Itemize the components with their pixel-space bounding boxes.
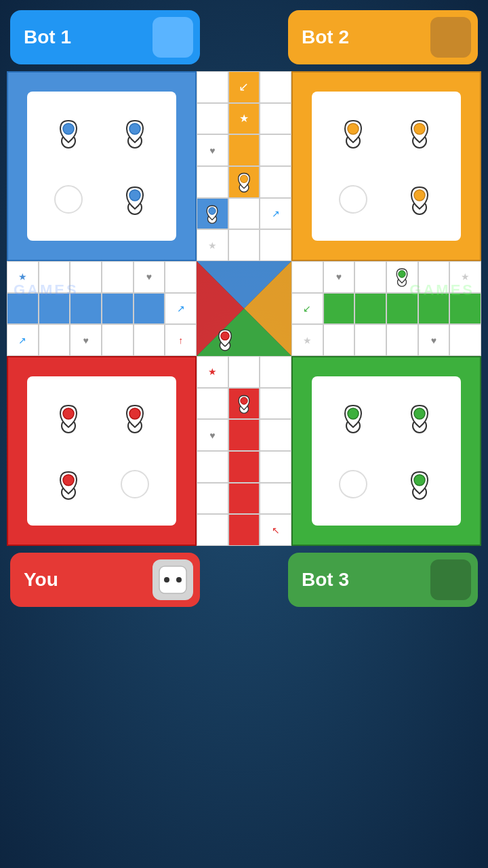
- green-token-slot-1: [325, 390, 382, 446]
- tc-b8: [228, 419, 260, 451]
- green-token-2[interactable]: [402, 400, 437, 435]
- orange-token-slot-4: [392, 172, 448, 228]
- red-token-slot-1: [41, 390, 97, 446]
- orange-token-slot-2: [392, 105, 448, 161]
- blue-token-slot-3: [41, 172, 97, 228]
- bot2-bar[interactable]: Bot 2: [288, 10, 478, 64]
- red-token-slot-3: [41, 456, 97, 513]
- svg-point-44: [176, 577, 182, 583]
- tc-l5: ♥: [134, 261, 165, 293]
- top-player-bars: Bot 1 Bot 2: [0, 0, 488, 64]
- tc-b4: [197, 388, 228, 420]
- orange-token-3-empty: [336, 182, 371, 217]
- tc-b3: [260, 356, 291, 388]
- orange-token-slot-1: [325, 105, 382, 161]
- orange-token-4[interactable]: [402, 182, 437, 217]
- red-center-token[interactable]: [211, 326, 239, 355]
- tc-l11: [134, 293, 165, 325]
- bot1-dice: [152, 17, 193, 58]
- svg-point-10: [414, 123, 425, 134]
- blue-token-area: [27, 92, 176, 241]
- blue-token-slot-4: [107, 172, 163, 228]
- red-track-token-2[interactable]: [232, 392, 256, 415]
- tc-r13: ★: [291, 324, 323, 356]
- tc-t1: [197, 71, 228, 103]
- tc-b18: ↖: [260, 514, 291, 546]
- orange-track-token[interactable]: [232, 170, 256, 194]
- center-triangles: [197, 261, 291, 356]
- blue-track-token[interactable]: [201, 202, 224, 225]
- tc-t2: ↙: [228, 71, 260, 103]
- red-token-slot-4: [107, 456, 163, 513]
- tc-b2: [228, 356, 260, 388]
- bot3-bar[interactable]: Bot 3: [288, 553, 478, 607]
- red-home: [7, 356, 197, 546]
- tc-b14: [228, 483, 260, 515]
- svg-point-33: [241, 397, 247, 404]
- bot1-label: Bot 1: [17, 26, 71, 48]
- svg-point-4: [55, 186, 82, 213]
- tc-l12: ↗: [165, 293, 197, 325]
- blue-token-slot-2: [107, 105, 163, 161]
- tc-b7: ♥: [197, 419, 228, 451]
- tc-r3: [354, 261, 386, 293]
- bottom-player-bars: You Bot 3: [0, 553, 488, 617]
- tc-t16-star: ★: [197, 229, 228, 261]
- tc-l6: [165, 261, 197, 293]
- green-token-1[interactable]: [336, 400, 371, 435]
- blue-token-slot-1: [41, 105, 97, 161]
- you-bar[interactable]: You: [10, 553, 200, 607]
- watermark-right: GAMES: [409, 281, 474, 299]
- red-token-3[interactable]: [51, 467, 86, 502]
- green-token-4[interactable]: [402, 467, 437, 502]
- tc-l4: [102, 261, 134, 293]
- svg-point-29: [240, 176, 247, 183]
- orange-token-2[interactable]: [402, 115, 437, 151]
- orange-token-1[interactable]: [336, 115, 371, 151]
- svg-point-24: [414, 408, 425, 419]
- svg-rect-42: [159, 566, 186, 593]
- tc-t8: [228, 134, 260, 166]
- dice-icon: [158, 565, 188, 595]
- svg-point-25: [340, 471, 367, 498]
- center-area: [197, 261, 291, 356]
- tc-r9: [354, 293, 386, 325]
- blue-token-1[interactable]: [51, 115, 86, 151]
- you-dice[interactable]: [152, 559, 193, 600]
- bot1-bar[interactable]: Bot 1: [10, 10, 200, 64]
- tc-t6: [260, 103, 291, 135]
- svg-point-3: [129, 123, 140, 134]
- red-token-slot-2: [107, 390, 163, 446]
- svg-point-31: [209, 208, 216, 214]
- svg-point-35: [399, 271, 405, 277]
- track-top: ↙ ★ ♥: [197, 71, 291, 261]
- tc-r18: [449, 324, 481, 356]
- svg-point-11: [340, 186, 367, 213]
- tc-b13: [197, 483, 228, 515]
- blue-token-4[interactable]: [117, 182, 152, 217]
- tc-r17: ♥: [418, 324, 450, 356]
- track-left: ★ ♥ ↗ ↗ ♥ ↑: [7, 261, 197, 356]
- tc-t3: [260, 71, 291, 103]
- tc-l17: [134, 324, 165, 356]
- tc-t5-star: ★: [228, 103, 260, 135]
- tc-l10: [102, 293, 134, 325]
- tc-t18: [260, 229, 291, 261]
- svg-point-41: [221, 332, 229, 340]
- svg-point-27: [414, 475, 425, 486]
- svg-point-15: [63, 408, 74, 419]
- tc-r16: [386, 324, 418, 356]
- svg-point-13: [414, 190, 425, 201]
- tc-l18: ↑: [165, 324, 197, 356]
- tc-r1: [291, 261, 323, 293]
- tc-b15: [260, 483, 291, 515]
- watermark-left: GAMES: [14, 281, 79, 299]
- red-token-4-empty: [117, 467, 152, 502]
- red-token-1[interactable]: [51, 400, 86, 435]
- red-token-2[interactable]: [117, 400, 152, 435]
- tc-b1: ★: [197, 356, 228, 388]
- tc-b9: [260, 419, 291, 451]
- blue-token-2[interactable]: [117, 115, 152, 151]
- track-bottom: ★ ♥ ↖: [197, 356, 291, 546]
- ludo-board: ↙ ★ ♥: [7, 71, 481, 546]
